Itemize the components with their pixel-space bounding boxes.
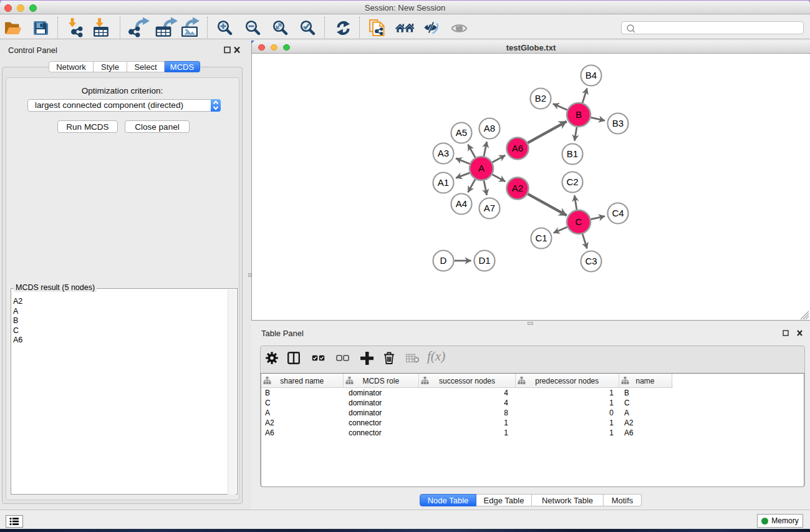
svg-text:A2: A2	[512, 183, 523, 193]
svg-text:D1: D1	[478, 255, 490, 266]
svg-text:A5: A5	[456, 127, 467, 138]
svg-text:A6: A6	[512, 143, 523, 153]
svg-text:D: D	[440, 255, 447, 266]
svg-text:B1: B1	[567, 148, 578, 159]
svg-text:B3: B3	[612, 118, 624, 128]
svg-text:A: A	[478, 163, 485, 173]
svg-text:A3: A3	[438, 148, 449, 158]
svg-text:C1: C1	[535, 233, 547, 243]
svg-text:A8: A8	[484, 123, 495, 133]
svg-text:C3: C3	[585, 256, 597, 266]
svg-text:A7: A7	[484, 203, 495, 213]
svg-text:B2: B2	[535, 93, 546, 104]
svg-text:B4: B4	[586, 70, 597, 80]
svg-text:C: C	[576, 216, 582, 227]
svg-text:B: B	[576, 109, 582, 120]
svg-text:C4: C4	[612, 208, 624, 218]
svg-text:A1: A1	[438, 177, 449, 188]
svg-text:A4: A4	[456, 198, 467, 209]
svg-text:C2: C2	[566, 177, 578, 187]
